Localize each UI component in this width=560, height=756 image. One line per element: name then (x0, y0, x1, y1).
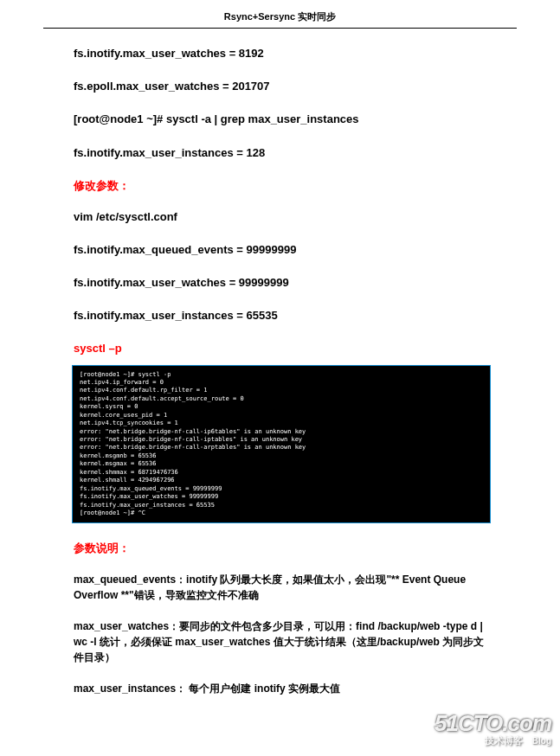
code-line: fs.epoll.max_user_watches = 201707 (74, 79, 486, 94)
code-line: fs.inotify.max_user_instances = 128 (74, 145, 486, 161)
terminal-line: kernel.sysrq = 0 (80, 403, 483, 411)
param-description: max_queued_events：inotify 队列最大长度，如果值太小，会… (74, 572, 486, 603)
terminal-line: fs.inotify.max_queued_events = 99999999 (80, 485, 483, 493)
terminal-line: [root@node1 ~]# ^C (80, 509, 483, 517)
watermark-blog-text: Blog (532, 736, 551, 746)
param-description: max_user_watches：要同步的文件包含多少目录，可以用：find /… (74, 618, 486, 665)
watermark-sub-text: 技术博客 (485, 735, 523, 746)
terminal-line: kernel.msgmnb = 65536 (80, 452, 483, 460)
code-line: fs.inotify.max_user_watches = 99999999 (74, 275, 486, 291)
section-heading-param-desc: 参数说明： (74, 541, 486, 556)
document-content: fs.inotify.max_user_watches = 8192 fs.ep… (0, 46, 560, 696)
terminal-line: net.ipv4.conf.default.rp_filter = 1 (80, 387, 483, 394)
terminal-line: net.ipv4.tcp_syncookies = 1 (80, 420, 483, 427)
param-description: max_user_instances： 每个用户创建 inotify 实例最大值 (74, 681, 486, 696)
terminal-line: net.ipv4.conf.default.accept_source_rout… (80, 395, 483, 403)
terminal-line: fs.inotify.max_user_watches = 99999999 (80, 493, 483, 501)
terminal-line: kernel.msgmax = 65536 (80, 460, 483, 468)
code-line: [root@node1 ~]# sysctl -a | grep max_use… (74, 112, 486, 127)
terminal-line: kernel.shmmax = 68719476736 (80, 469, 483, 477)
terminal-line: kernel.shmall = 4294967296 (80, 477, 483, 484)
page-header: Rsync+Sersync 实时同步 (0, 0, 560, 28)
header-divider (43, 28, 517, 29)
terminal-line: kernel.core_uses_pid = 1 (80, 412, 483, 420)
code-line: vim /etc/sysctl.conf (74, 209, 486, 225)
terminal-output: [root@node1 ~]# sysctl -p net.ipv4.ip_fo… (72, 365, 491, 524)
terminal-line: [root@node1 ~]# sysctl -p (80, 371, 483, 379)
code-line: fs.inotify.max_user_watches = 8192 (74, 46, 486, 61)
terminal-line: error: "net.bridge.bridge-nf-call-iptabl… (80, 436, 483, 444)
terminal-line: error: "net.bridge.bridge-nf-call-ip6tab… (80, 428, 483, 436)
terminal-line: net.ipv4.ip_forward = 0 (80, 379, 483, 387)
watermark-logo: 51CTO.com (434, 710, 551, 737)
watermark: 51CTO.com 技术博客 Blog (434, 710, 551, 747)
code-line: fs.inotify.max_queued_events = 99999999 (74, 242, 486, 258)
section-heading-modify-params: 修改参数： (74, 178, 486, 194)
section-heading-sysctl: sysctl –p (74, 342, 486, 355)
terminal-line: fs.inotify.max_user_instances = 65535 (80, 502, 483, 509)
terminal-line: error: "net.bridge.bridge-nf-call-arptab… (80, 444, 483, 452)
code-line: fs.inotify.max_user_instances = 65535 (74, 308, 486, 324)
